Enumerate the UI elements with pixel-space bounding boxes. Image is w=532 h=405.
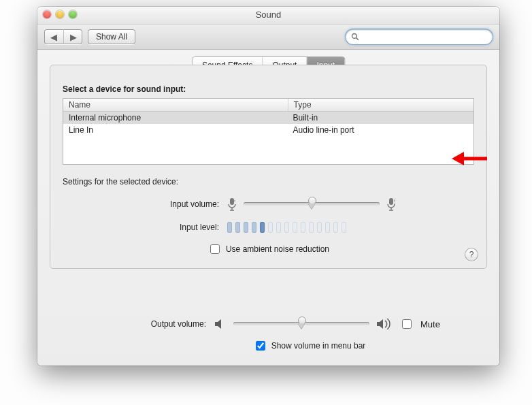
col-type[interactable]: Type — [288, 99, 473, 111]
svg-point-0 — [352, 34, 357, 39]
search-input[interactable] — [363, 31, 487, 42]
table-header: Name Type — [63, 99, 473, 112]
menubar-volume-label[interactable]: Show volume in menu bar — [271, 341, 366, 351]
table-row[interactable]: Line InAudio line-in port — [63, 124, 473, 136]
ambient-noise-label[interactable]: Use ambient noise reduction — [226, 244, 329, 254]
titlebar: Sound — [37, 7, 499, 25]
output-volume-label: Output volume: — [50, 319, 214, 329]
close-window-button[interactable] — [43, 10, 51, 18]
input-level-row: Input level: — [63, 219, 474, 236]
nav-back-forward: ◀ ▶ — [44, 29, 82, 44]
output-volume-section: Output volume: Mute Show volume in menu … — [50, 316, 487, 353]
mute-checkbox[interactable] — [402, 319, 412, 329]
svg-rect-6 — [389, 198, 393, 205]
input-level-label: Input level: — [63, 223, 227, 232]
back-button[interactable]: ◀ — [44, 29, 63, 44]
input-level-meter — [227, 222, 346, 233]
show-all-button[interactable]: Show All — [88, 29, 135, 44]
menubar-volume-checkbox[interactable] — [256, 341, 265, 351]
mute-label[interactable]: Mute — [420, 319, 440, 329]
pane-body: Sound EffectsOutputInput Select a device… — [37, 50, 499, 366]
col-name[interactable]: Name — [63, 99, 288, 111]
input-volume-label: Input volume: — [63, 199, 227, 209]
output-volume-slider[interactable] — [233, 318, 369, 330]
select-device-label: Select a device for sound input: — [63, 84, 474, 94]
sound-preferences-window: Sound ◀ ▶ Show All Sound EffectsOutputIn… — [37, 7, 499, 366]
window-controls — [43, 9, 494, 18]
svg-line-1 — [356, 38, 359, 40]
device-type: Audio line-in port — [288, 124, 473, 136]
help-button[interactable]: ? — [465, 248, 478, 261]
table-row[interactable]: Internal microphoneBuilt-in — [63, 112, 473, 124]
zoom-window-button[interactable] — [69, 10, 77, 18]
speaker-high-icon — [376, 319, 393, 329]
speaker-low-icon — [214, 319, 227, 329]
device-name: Line In — [63, 124, 288, 136]
forward-button[interactable]: ▶ — [63, 29, 82, 44]
mic-high-icon — [386, 197, 396, 211]
output-volume-row: Output volume: Mute — [50, 316, 487, 332]
minimize-window-button[interactable] — [56, 10, 64, 18]
search-field[interactable] — [346, 29, 493, 44]
menubar-volume-row: Show volume in menu bar — [131, 339, 487, 353]
ambient-noise-checkbox[interactable] — [210, 244, 220, 254]
input-volume-row: Input volume: — [63, 196, 474, 212]
mic-low-icon — [227, 197, 237, 211]
device-type: Built-in — [288, 112, 473, 124]
input-settings-group: Select a device for sound input: Name Ty… — [50, 65, 487, 269]
input-device-table[interactable]: Name Type Internal microphoneBuilt-inLin… — [63, 98, 474, 165]
device-name: Internal microphone — [63, 112, 288, 124]
ambient-noise-row: Use ambient noise reduction — [63, 242, 474, 256]
input-volume-slider[interactable] — [244, 198, 380, 210]
settings-for-device-label: Settings for the selected device: — [63, 177, 474, 187]
search-icon — [351, 33, 359, 41]
svg-rect-2 — [230, 198, 234, 205]
toolbar: ◀ ▶ Show All — [37, 25, 499, 50]
